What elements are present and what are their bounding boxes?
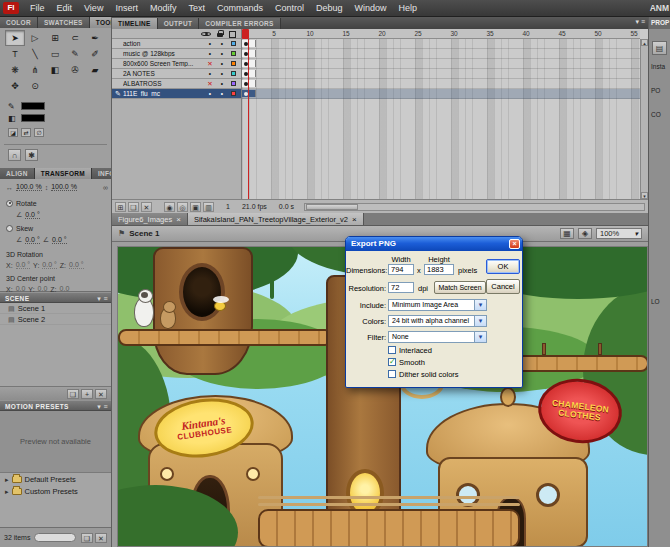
scroll-down-arrow[interactable]: ▾ — [641, 192, 648, 199]
timeline-panel-menu-icon[interactable] — [635, 18, 645, 26]
preset-search-field[interactable] — [34, 533, 76, 542]
layer-outline-color-swatch[interactable] — [231, 71, 236, 76]
menu-item[interactable]: Debug — [310, 0, 349, 17]
onion-skin-button[interactable] — [177, 202, 188, 212]
rotate-radio[interactable] — [6, 200, 13, 207]
document-tab[interactable]: SifakaIsland_PAN_TreetopVillage_Exterior… — [188, 213, 364, 226]
menu-item[interactable]: Text — [182, 0, 211, 17]
outline-all-layers-icon[interactable] — [229, 31, 236, 38]
dialog-checkbox[interactable]: Dither solid colors — [388, 369, 459, 379]
snap-to-objects-toggle[interactable] — [8, 149, 21, 161]
layer-lock-toggle[interactable] — [216, 89, 228, 98]
position-section-label[interactable]: PO — [649, 87, 670, 94]
resolution-input[interactable] — [388, 282, 414, 293]
stroke-color-chip[interactable] — [21, 102, 45, 110]
panel-tab[interactable]: ALIGN — [0, 168, 35, 179]
layer-visibility-toggle[interactable] — [204, 89, 216, 98]
preset-folder-row[interactable]: Default Presets — [0, 473, 111, 485]
delete-layer-button[interactable] — [141, 202, 152, 212]
eyedropper-tool[interactable]: ✇ — [65, 62, 85, 78]
lock-all-layers-icon[interactable] — [216, 30, 224, 38]
panel-tab[interactable]: COMPILER ERRORS — [199, 18, 280, 29]
panel-tab[interactable]: TIMELINE — [112, 18, 158, 29]
keyframe-cell[interactable] — [242, 50, 256, 57]
lasso-tool[interactable]: ⊂ — [65, 30, 85, 46]
timeline-horizontal-scrollbar[interactable] — [304, 203, 645, 211]
dialog-checkbox[interactable]: Smooth — [388, 357, 459, 367]
layer-lock-toggle[interactable] — [216, 39, 228, 48]
cancel-button[interactable]: Cancel — [486, 279, 520, 294]
playhead-marker[interactable] — [242, 29, 249, 39]
panel-tab[interactable]: SWATCHES — [38, 17, 90, 28]
pencil-tool[interactable]: ✎ — [65, 46, 85, 62]
new-layer-button[interactable] — [115, 202, 126, 212]
default-colors-button[interactable] — [8, 128, 18, 137]
motion-presets-header[interactable]: MOTION PRESETS — [0, 400, 111, 411]
scene-item[interactable]: Scene 1 — [0, 303, 111, 314]
layer-name[interactable]: 800x600 Screen Temp... — [123, 60, 204, 67]
expand-triangle-icon[interactable] — [5, 475, 9, 484]
rotation3d-y-value[interactable]: 0.0 ° — [42, 261, 56, 269]
delete-scene-button[interactable] — [95, 389, 107, 399]
document-tab-label[interactable]: SifakaIsland_PAN_TreetopVillage_Exterior… — [194, 215, 348, 224]
skew-x-value[interactable]: 0.0 ° — [25, 236, 39, 244]
checkbox-box[interactable] — [388, 358, 396, 366]
delete-preset-button[interactable] — [95, 533, 107, 543]
properties-panel-tab[interactable]: PROP — [649, 17, 670, 29]
timeline-layer[interactable]: music @ 128kbps — [112, 49, 241, 59]
keyframe-cell[interactable] — [242, 80, 256, 87]
rotation3d-z-value[interactable]: 0.0 ° — [69, 261, 83, 269]
layer-outline-color-swatch[interactable] — [231, 91, 236, 96]
width-input[interactable] — [388, 264, 414, 275]
swap-colors-button[interactable] — [21, 128, 31, 137]
dialog-checkbox[interactable]: Interlaced — [388, 345, 459, 355]
layer-lock-toggle[interactable] — [216, 69, 228, 78]
layer-name[interactable]: 111E_flu_mc — [123, 90, 204, 97]
rotation3d-x-value[interactable]: 0.0 ° — [16, 261, 30, 269]
layer-frames-row[interactable] — [242, 89, 640, 99]
keyframe-cell[interactable] — [242, 70, 256, 77]
zoom-tool[interactable]: ⊙ — [25, 78, 45, 94]
layer-lock-toggle[interactable] — [216, 79, 228, 88]
rectangle-tool[interactable]: ▭ — [45, 46, 65, 62]
layer-frames-row[interactable] — [242, 49, 640, 59]
fill-color-chip[interactable] — [21, 114, 45, 122]
timeline-layer[interactable]: 800x600 Screen Temp... — [112, 59, 241, 69]
scrollbar-thumb[interactable] — [306, 204, 358, 210]
panel-tab[interactable]: COLOR — [0, 17, 38, 28]
selection-tool[interactable]: ➤ — [5, 30, 25, 46]
ok-button[interactable]: OK — [486, 259, 520, 274]
scroll-up-arrow[interactable]: ▴ — [641, 39, 648, 46]
tool-option-button[interactable] — [25, 149, 38, 161]
checkbox-box[interactable] — [388, 370, 396, 378]
checkbox-box[interactable] — [388, 346, 396, 354]
close-document-icon[interactable] — [176, 216, 181, 224]
bone-tool[interactable]: ⋔ — [25, 62, 45, 78]
layer-visibility-toggle[interactable] — [204, 49, 216, 58]
skew-radio[interactable] — [6, 225, 13, 232]
skew-y-value[interactable]: 0.0 ° — [52, 236, 66, 244]
document-tab[interactable]: Figure6_Images — [112, 213, 188, 226]
layer-frames-row[interactable] — [242, 69, 640, 79]
scale-y-value[interactable]: 100.0 % — [51, 183, 77, 191]
keyframe-cell[interactable] — [242, 90, 256, 97]
layer-frames-row[interactable] — [242, 39, 640, 49]
zoom-level-select[interactable]: 100% — [596, 228, 642, 239]
eraser-tool[interactable]: ▰ — [85, 62, 105, 78]
subselection-tool[interactable]: ▷ — [25, 30, 45, 46]
panel-tab[interactable]: OUTPUT — [158, 18, 200, 29]
filter-dropdown[interactable]: None — [388, 331, 487, 343]
brush-tool[interactable]: ✐ — [85, 46, 105, 62]
app-logo-icon[interactable]: Fl — [3, 2, 19, 14]
current-scene-label[interactable]: Scene 1 — [129, 229, 159, 238]
no-color-button[interactable] — [34, 128, 44, 137]
keyframe-cell[interactable] — [242, 60, 256, 67]
layer-visibility-toggle[interactable] — [204, 79, 216, 88]
match-screen-button[interactable]: Match Screen — [434, 281, 486, 294]
properties-panel-icon[interactable] — [652, 41, 667, 55]
layer-outline-color-swatch[interactable] — [231, 61, 236, 66]
menu-item[interactable]: View — [78, 0, 109, 17]
layer-lock-toggle[interactable] — [216, 49, 228, 58]
timeline-vertical-scrollbar[interactable]: ▴ ▾ — [640, 39, 648, 199]
menu-item[interactable]: Modify — [144, 0, 183, 17]
